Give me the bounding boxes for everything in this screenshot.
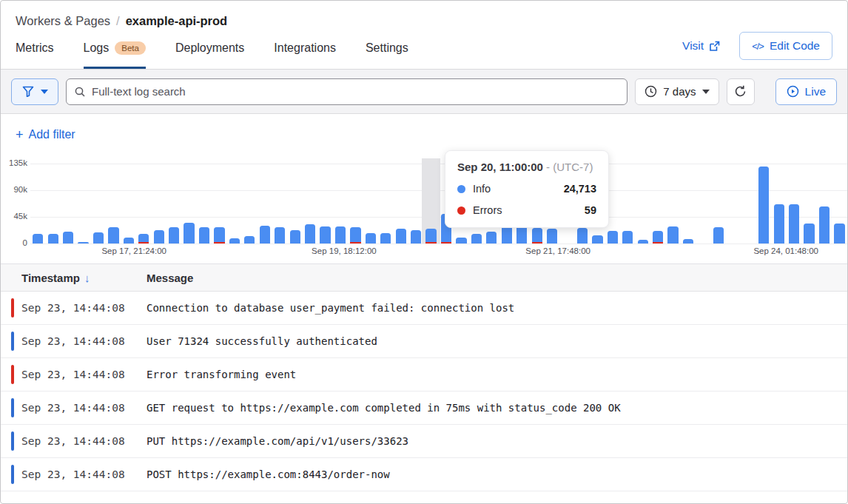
bar-slot[interactable] — [106, 164, 121, 243]
tab-settings[interactable]: Settings — [366, 30, 408, 69]
log-volume-bar[interactable] — [834, 224, 844, 243]
log-volume-bar[interactable] — [789, 204, 799, 243]
log-volume-bar[interactable] — [653, 231, 663, 243]
bar-slot[interactable] — [408, 164, 423, 243]
bar-slot[interactable] — [394, 164, 408, 243]
log-volume-bar[interactable] — [774, 204, 784, 243]
search-input[interactable] — [66, 78, 627, 105]
bar-slot[interactable] — [620, 164, 635, 243]
log-volume-bar[interactable] — [502, 226, 512, 243]
refresh-button[interactable] — [727, 78, 755, 105]
sort-desc-icon[interactable]: ↓ — [84, 272, 90, 284]
bar-slot[interactable] — [726, 164, 741, 243]
bar-slot[interactable] — [681, 164, 696, 243]
bar-slot[interactable] — [711, 164, 726, 243]
log-volume-bar[interactable] — [819, 206, 830, 243]
log-volume-bar[interactable] — [320, 226, 330, 243]
log-volume-bar[interactable] — [335, 226, 346, 243]
bar-slot[interactable] — [665, 164, 680, 243]
log-volume-bar[interactable] — [124, 238, 134, 243]
bar-slot[interactable] — [197, 164, 212, 243]
bar-slot[interactable] — [832, 164, 847, 243]
log-row[interactable]: Sep 23, 14:44:08Connection to database u… — [1, 292, 847, 325]
bar-slot[interactable] — [181, 164, 196, 243]
column-timestamp[interactable]: Timestamp↓ — [1, 272, 147, 284]
bar-slot[interactable] — [801, 164, 816, 243]
log-volume-bar[interactable] — [275, 227, 285, 243]
bar-slot[interactable] — [258, 164, 272, 243]
bar-slot[interactable] — [45, 164, 60, 243]
column-message[interactable]: Message — [147, 272, 193, 284]
log-volume-bar[interactable] — [411, 230, 421, 243]
log-volume-bar[interactable] — [184, 223, 194, 243]
time-range-dropdown[interactable]: 7 days — [635, 78, 719, 105]
log-volume-bar[interactable] — [667, 226, 678, 243]
tab-integrations[interactable]: Integrations — [274, 30, 336, 69]
bar-slot[interactable] — [75, 164, 90, 243]
log-volume-bar[interactable] — [425, 229, 436, 243]
bar-slot[interactable] — [636, 164, 650, 243]
log-volume-bar[interactable] — [78, 242, 88, 243]
tab-deployments[interactable]: Deployments — [175, 30, 244, 69]
bar-slot[interactable] — [348, 164, 363, 243]
add-filter-button[interactable]: + Add filter — [16, 128, 75, 141]
bar-slot[interactable] — [771, 164, 786, 243]
bar-slot[interactable] — [227, 164, 242, 243]
bar-slot[interactable] — [30, 164, 45, 243]
bar-slot[interactable] — [423, 164, 438, 243]
log-volume-bar[interactable] — [456, 238, 466, 243]
log-volume-bar[interactable] — [622, 231, 633, 243]
log-volume-bar[interactable] — [471, 234, 482, 243]
bar-slot[interactable] — [91, 164, 106, 243]
log-volume-bar[interactable] — [169, 227, 179, 243]
log-row[interactable]: Sep 23, 14:44:08PUT https://example.com/… — [1, 425, 847, 458]
bar-slot[interactable] — [696, 164, 710, 243]
log-volume-bar[interactable] — [244, 236, 255, 243]
log-volume-bar[interactable] — [305, 224, 315, 243]
log-volume-bar[interactable] — [290, 230, 300, 243]
log-volume-bar[interactable] — [396, 229, 406, 243]
live-button[interactable]: Live — [775, 78, 837, 105]
tab-logs[interactable]: LogsBeta — [84, 30, 146, 69]
log-volume-bar[interactable] — [486, 232, 497, 243]
log-volume-bar[interactable] — [229, 238, 240, 243]
log-volume-bar[interactable] — [108, 227, 118, 243]
bar-slot[interactable] — [363, 164, 378, 243]
log-row[interactable]: Sep 23, 14:44:08POST https://example.com… — [1, 458, 847, 491]
bar-slot[interactable] — [136, 164, 151, 243]
bar-slot[interactable] — [333, 164, 348, 243]
log-volume-bar[interactable] — [48, 234, 58, 243]
edit-code-button[interactable]: </> Edit Code — [739, 32, 832, 60]
log-volume-bar[interactable] — [380, 233, 391, 243]
bar-slot[interactable] — [741, 164, 756, 243]
log-volume-bar[interactable] — [33, 234, 43, 243]
log-volume-bar[interactable] — [638, 240, 648, 243]
bar-slot[interactable] — [756, 164, 771, 243]
bar-slot[interactable] — [317, 164, 332, 243]
bar-slot[interactable] — [272, 164, 287, 243]
tab-metrics[interactable]: Metrics — [16, 30, 54, 69]
bar-slot[interactable] — [166, 164, 181, 243]
log-volume-bar[interactable] — [138, 234, 149, 243]
log-volume-bar[interactable] — [350, 227, 360, 243]
bar-slot[interactable] — [378, 164, 393, 243]
log-volume-bar[interactable] — [214, 227, 224, 243]
visit-link[interactable]: Visit — [682, 39, 720, 53]
log-volume-bar[interactable] — [154, 230, 164, 243]
log-row[interactable]: Sep 23, 14:44:08User 71324 successfully … — [1, 325, 847, 358]
breadcrumb-section[interactable]: Workers & Pages — [16, 14, 110, 28]
log-volume-bar[interactable] — [608, 231, 618, 243]
log-volume-bar[interactable] — [804, 224, 814, 243]
log-volume-bar[interactable] — [758, 167, 769, 243]
bar-slot[interactable] — [242, 164, 257, 243]
bar-slot[interactable] — [121, 164, 136, 243]
log-volume-bar[interactable] — [63, 232, 73, 243]
bar-slot[interactable] — [817, 164, 832, 243]
log-volume-bar[interactable] — [199, 227, 209, 243]
log-volume-bar[interactable] — [366, 233, 376, 243]
log-volume-bar[interactable] — [532, 228, 542, 243]
bar-slot[interactable] — [303, 164, 317, 243]
bar-slot[interactable] — [650, 164, 665, 243]
log-volume-bar[interactable] — [577, 228, 588, 243]
filter-menu-button[interactable] — [11, 78, 58, 105]
